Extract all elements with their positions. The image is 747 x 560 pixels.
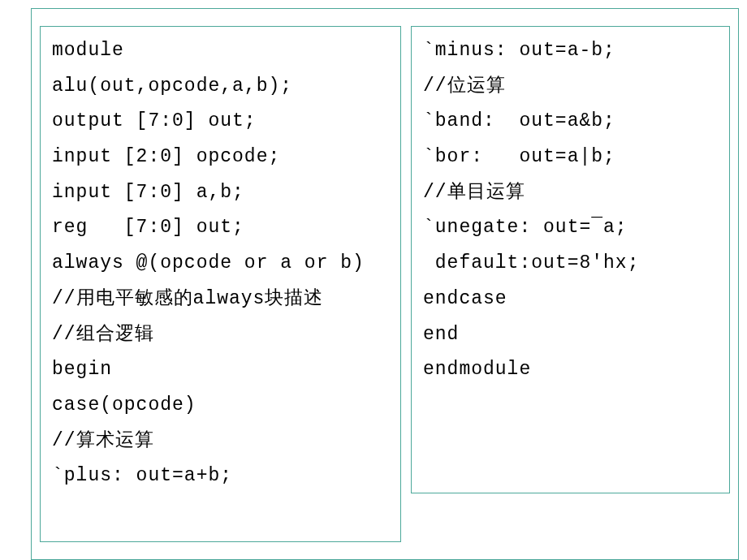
code-line: `plus: out=a+b; xyxy=(52,459,389,494)
code-line: endcase xyxy=(423,282,718,317)
code-line: module xyxy=(52,33,389,69)
code-line: always @(opcode or a or b) xyxy=(52,246,389,282)
code-line: output [7:0] out; xyxy=(52,104,389,140)
code-line: //用电平敏感的always块描述 xyxy=(52,282,389,317)
code-line: //位运算 xyxy=(423,69,718,105)
code-line: begin xyxy=(52,352,389,388)
code-line: default:out=8'hx; xyxy=(423,246,718,282)
code-line: endmodule xyxy=(423,352,718,388)
code-line: alu(out,opcode,a,b); xyxy=(52,69,389,105)
code-line: `minus: out=a-b; xyxy=(423,33,718,69)
code-line: input [7:0] a,b; xyxy=(52,175,389,211)
code-line: input [2:0] opcode; xyxy=(52,140,389,175)
code-line: //算术运算 xyxy=(52,424,389,459)
code-box-left: module alu(out,opcode,a,b); output [7:0]… xyxy=(40,26,401,542)
code-line: `band: out=a&b; xyxy=(423,104,718,140)
code-line: end xyxy=(423,317,718,353)
slide-container: module alu(out,opcode,a,b); output [7:0]… xyxy=(31,8,739,560)
code-line: //组合逻辑 xyxy=(52,317,389,353)
code-line: `unegate: out=¯a; xyxy=(423,210,718,246)
code-line: case(opcode) xyxy=(52,388,389,424)
code-line: //单目运算 xyxy=(423,175,718,211)
code-line: reg [7:0] out; xyxy=(52,210,389,246)
code-line: `bor: out=a|b; xyxy=(423,140,718,175)
code-box-right: `minus: out=a-b; //位运算 `band: out=a&b; `… xyxy=(411,26,730,493)
